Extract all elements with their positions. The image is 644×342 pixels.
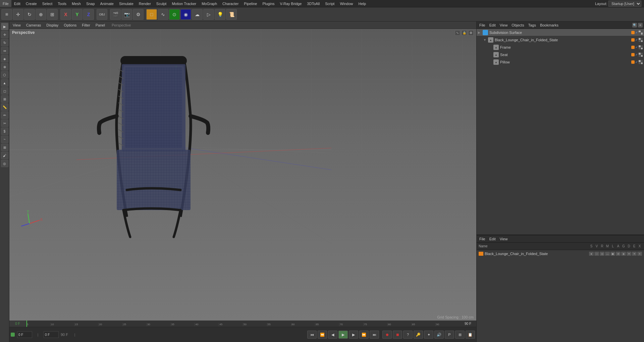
toolbar-object-btn[interactable]: OBJ — [97, 9, 107, 20]
viewport-menu-view[interactable]: View — [11, 23, 22, 27]
viewport-menu-cameras[interactable]: Cameras — [25, 23, 43, 27]
layout-dropdown[interactable]: Startup [User] — [608, 1, 641, 7]
toolbar-scale-btn[interactable]: ⊕ — [36, 9, 46, 20]
tl-mode-btn[interactable]: P — [445, 331, 454, 339]
menu-animate[interactable]: Animate — [98, 0, 116, 7]
toolbar-light-btn[interactable]: 💡 — [215, 9, 225, 20]
om-menu-file[interactable]: File — [478, 23, 487, 27]
viewport-maximize-btn[interactable]: ⤡ — [455, 30, 460, 36]
menu-file[interactable]: File — [0, 0, 11, 7]
om-menu-view[interactable]: View — [498, 23, 509, 27]
menu-character[interactable]: Character — [220, 0, 241, 7]
tool-magnet[interactable]: $ — [1, 128, 8, 135]
tool-4[interactable]: ◈ — [1, 55, 8, 62]
toolbar-camera-btn[interactable]: ▷ — [203, 9, 214, 20]
menu-snap[interactable]: Snap — [84, 0, 98, 7]
viewport-menu-display[interactable]: Display — [45, 23, 60, 27]
tl-stop-btn[interactable]: ⏹ — [393, 331, 402, 339]
menu-pipeline[interactable]: Pipeline — [241, 0, 260, 7]
tl-loop-btn[interactable]: ⊞ — [455, 331, 465, 339]
toolbar-spline-btn[interactable]: ∿ — [158, 9, 168, 20]
toolbar-move-btn[interactable]: ✛ — [13, 9, 23, 20]
toolbar-render-settings[interactable]: ⚙ — [133, 9, 144, 20]
menu-simulate[interactable]: Simulate — [116, 0, 136, 7]
menu-create[interactable]: Create — [23, 0, 40, 7]
om-menu-edit[interactable]: Edit — [488, 23, 497, 27]
viewport-menu-options[interactable]: Options — [62, 23, 78, 27]
toolbar-transform-btn[interactable]: ⊞ — [47, 9, 58, 20]
props-menu-edit[interactable]: Edit — [488, 237, 497, 241]
menu-vray[interactable]: V-Ray Bridge — [277, 0, 305, 7]
toolbar-render-region[interactable]: 📷 — [121, 9, 132, 20]
om-item-chair[interactable]: ▼ ▲ Black_Lounge_Chair_in_Folded_State ✓ — [482, 36, 644, 44]
toolbar-rotate-btn[interactable]: ↻ — [24, 9, 35, 20]
toolbar-x-btn[interactable]: X — [60, 9, 71, 20]
toolbar-nurbs-btn[interactable]: ⊙ — [169, 9, 180, 20]
tl-goto-end-btn[interactable]: ⏭ — [370, 331, 379, 339]
menu-mesh[interactable]: Mesh — [69, 0, 84, 7]
toolbar-render-preview[interactable]: 🎬 — [110, 9, 121, 20]
tool-rotate[interactable]: ↻ — [1, 39, 8, 46]
om-item-subdivision[interactable]: ▶ Subdivision Surface ✓ — [477, 29, 644, 36]
tl-current-frame-input[interactable] — [17, 331, 32, 338]
tool-7[interactable]: ▲ — [1, 79, 8, 87]
menu-render[interactable]: Render — [136, 0, 154, 7]
tool-select[interactable]: ▶ — [1, 23, 8, 30]
menu-help[interactable]: Help — [356, 0, 369, 7]
tl-frame-input[interactable] — [44, 331, 59, 338]
toolbar-script-btn[interactable]: 📜 — [226, 9, 237, 20]
menu-plugins[interactable]: Plugins — [260, 0, 277, 7]
tool-brush[interactable]: ~ — [1, 136, 8, 143]
props-menu-file[interactable]: File — [478, 237, 487, 241]
menu-motion-tracker[interactable]: Motion Tracker — [169, 0, 199, 7]
tool-scale[interactable]: ⇔ — [1, 47, 8, 54]
tool-color[interactable]: ◎ — [1, 160, 8, 167]
tool-8[interactable]: ◻ — [1, 87, 8, 95]
menu-tools[interactable]: Tools — [55, 0, 69, 7]
tool-grid[interactable]: ⊞ — [1, 144, 8, 151]
tl-settings-btn[interactable]: 📋 — [466, 331, 475, 339]
tl-sound-btn[interactable]: 🔊 — [434, 331, 444, 339]
tl-record-btn[interactable]: ⏺ — [382, 331, 392, 339]
toolbar-y-btn[interactable]: Y — [72, 9, 83, 20]
3d-viewport[interactable]: X Y — [9, 29, 476, 321]
viewport-menu-filter[interactable]: Filter — [80, 23, 91, 27]
viewport-settings-btn[interactable]: ⚙ — [468, 30, 474, 36]
toolbar-z-btn[interactable]: Z — [83, 9, 94, 20]
om-menu-tags[interactable]: Tags — [527, 23, 537, 27]
tl-play-btn[interactable]: ▶ — [338, 331, 348, 339]
props-menu-view[interactable]: View — [498, 237, 509, 241]
tl-prev-frame-btn[interactable]: ◀ — [328, 331, 337, 339]
tl-anim-btn[interactable]: ✦ — [424, 331, 433, 339]
om-item-seat[interactable]: ▲ Seat ✓ — [487, 51, 644, 58]
tl-prev-key-btn[interactable]: ⏪ — [318, 331, 327, 339]
om-menu-bookmarks[interactable]: Bookmarks — [539, 23, 560, 27]
toolbar-cube-btn[interactable]: □ — [146, 9, 157, 20]
menu-select[interactable]: Select — [40, 0, 55, 7]
tl-key-btn[interactable]: 🔑 — [414, 331, 423, 339]
toolbar-scene-btn[interactable]: ☁ — [192, 9, 203, 20]
tool-paint[interactable]: 🖌 — [1, 152, 8, 159]
tool-11[interactable]: ✂ — [1, 119, 8, 127]
tl-goto-start-btn[interactable]: ⏮ — [307, 331, 317, 339]
tool-measure[interactable]: 📏 — [1, 103, 8, 111]
om-item-pillow[interactable]: ▲ Pillow ✓ — [487, 58, 644, 66]
om-item-frame[interactable]: ▲ Frame ✓ — [487, 44, 644, 51]
tool-5[interactable]: ⊕ — [1, 63, 8, 70]
props-item-chair[interactable]: Black_Lounge_Chair_in_Folded_State ● □ ◎… — [477, 250, 644, 257]
tl-next-frame-btn[interactable]: ▶ — [349, 331, 358, 339]
toolbar-deform-btn[interactable]: ◉ — [180, 9, 191, 20]
toolbar-snap-btn[interactable]: ⊞ — [1, 9, 12, 20]
tool-9[interactable]: ⊞ — [1, 95, 8, 103]
tool-10[interactable]: ✏ — [1, 111, 8, 119]
menu-sculpt[interactable]: Sculpt — [154, 0, 169, 7]
viewport-menu-panel[interactable]: Panel — [94, 23, 106, 27]
om-search-icon[interactable]: 🔍 — [632, 23, 637, 28]
om-layout-icon[interactable]: ≡ — [638, 23, 643, 28]
om-menu-objects[interactable]: Objects — [510, 23, 525, 27]
tool-move[interactable]: ✛ — [1, 31, 8, 38]
menu-mograph[interactable]: MoGraph — [199, 0, 220, 7]
menu-script[interactable]: Script — [322, 0, 337, 7]
viewport-lock-btn[interactable]: 🔒 — [462, 30, 467, 36]
tool-6[interactable]: ⬡ — [1, 71, 8, 79]
